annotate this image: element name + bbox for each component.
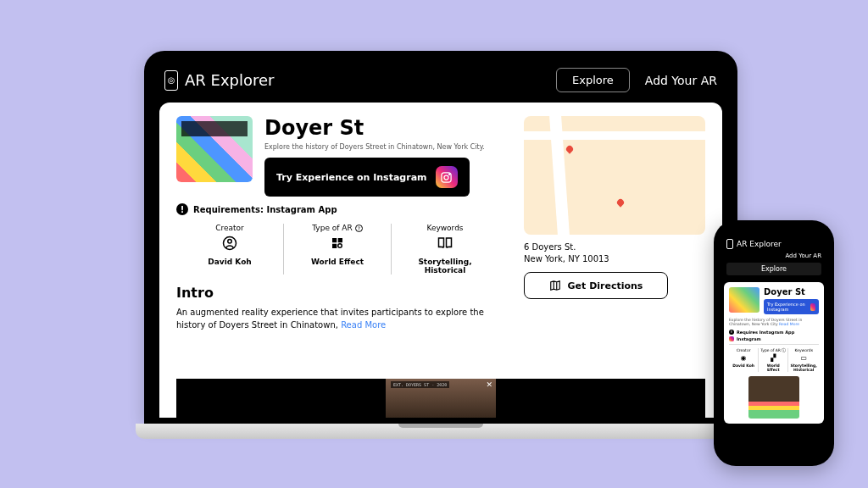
intro-body: An augmented reality experience that inv… [176, 306, 498, 331]
video-thumb[interactable] [748, 376, 799, 419]
brand-text: AR Explorer [185, 71, 275, 89]
alert-icon: ! [729, 330, 734, 335]
read-more-link[interactable]: Read More [779, 322, 799, 326]
get-directions-button[interactable]: Get Directions [524, 272, 668, 299]
alert-icon: ! [176, 203, 188, 215]
meta-row: Creator David Koh Type of AR? World Effe… [176, 224, 498, 274]
brand-icon [726, 239, 733, 249]
book-icon: ▭ [790, 354, 817, 362]
hero-image [729, 287, 760, 313]
try-instagram-button[interactable]: Try Experience on Instagram [264, 158, 470, 197]
page-title: Doyer St [264, 116, 485, 140]
map-pin-icon [565, 144, 574, 153]
svg-point-4 [228, 240, 232, 244]
explore-button[interactable]: Explore [726, 263, 821, 275]
page-title: Doyer St [764, 287, 819, 297]
svg-point-1 [444, 175, 448, 180]
instagram-icon [729, 336, 734, 341]
try-instagram-button[interactable]: Try Experience on Instagram [764, 299, 819, 314]
tagline: Explore the history of Doyers Street in … [729, 318, 819, 327]
address: 6 Doyers St. New York, NY 10013 [524, 241, 705, 265]
phone-screen: AR Explorer Add Your AR Explore Doyer St… [720, 227, 828, 459]
person-icon [183, 236, 276, 254]
requirements: ! Requirements: Instagram App [176, 203, 498, 215]
phone-frame: AR Explorer Add Your AR Explore Doyer St… [714, 220, 834, 466]
world-effect-icon: ▞ [760, 354, 786, 362]
add-ar-link[interactable]: Add Your AR [726, 252, 821, 259]
brand-icon: ◎ [164, 70, 178, 91]
brand[interactable]: ◎ AR Explorer [164, 70, 275, 91]
nav: Explore Add Your AR [556, 68, 717, 92]
svg-point-2 [449, 174, 450, 175]
person-icon: ◉ [731, 354, 756, 362]
map[interactable] [524, 116, 705, 235]
content: Doyer St Explore the history of Doyers S… [159, 103, 722, 418]
explore-button[interactable]: Explore [556, 68, 630, 92]
video-thumb[interactable]: EXT. DOYERS ST - 2020 [386, 379, 496, 418]
laptop-frame: ◎ AR Explorer Explore Add Your AR Doyer … [136, 51, 746, 449]
instagram-icon [810, 303, 815, 311]
video-strip: EXT. DOYERS ST - 2020 [176, 379, 705, 418]
header-bar: ◎ AR Explorer Explore Add Your AR [159, 63, 722, 103]
read-more-link[interactable]: Read More [341, 320, 386, 330]
world-effect-icon [291, 236, 384, 254]
laptop-base [136, 424, 746, 439]
tagline: Explore the history of Doyers Street in … [264, 143, 485, 151]
hero-image [176, 116, 253, 182]
add-ar-link[interactable]: Add Your AR [645, 74, 717, 87]
map-pin-icon [615, 197, 625, 207]
svg-point-5 [338, 244, 342, 248]
brand[interactable]: AR Explorer [726, 239, 821, 249]
laptop-screen: ◎ AR Explorer Explore Add Your AR Doyer … [144, 51, 737, 424]
help-icon[interactable]: ? [355, 225, 363, 232]
book-icon [398, 236, 492, 254]
map-icon [549, 280, 561, 291]
instagram-icon [436, 166, 458, 188]
intro-heading: Intro [176, 285, 498, 301]
